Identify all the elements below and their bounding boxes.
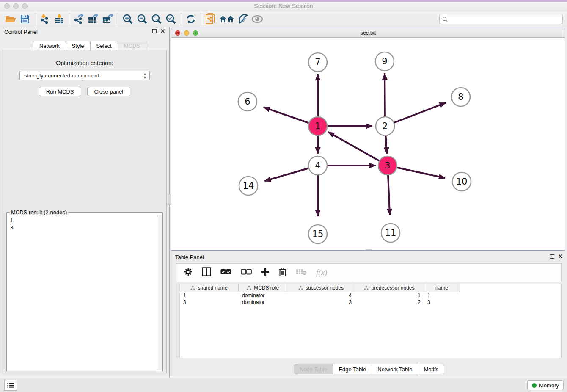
close-panel-icon[interactable]: ✕: [160, 29, 165, 33]
tab-select[interactable]: Select: [90, 41, 118, 50]
refresh-icon: [186, 14, 196, 24]
memory-button[interactable]: Memory: [527, 380, 564, 390]
table-cell[interactable]: dominator: [239, 299, 287, 306]
mcds-result-box: MCDS result (2 nodes) 13: [6, 212, 163, 371]
zoom-fit-button[interactable]: [149, 12, 164, 26]
tab-network[interactable]: Network: [33, 41, 66, 50]
zoom-out-button[interactable]: [135, 12, 149, 26]
delete-table-button[interactable]: [296, 268, 307, 277]
table-cell[interactable]: 1: [424, 292, 460, 299]
table-row[interactable]: 3dominator323: [180, 299, 460, 306]
show-hide-details-button[interactable]: [250, 12, 264, 26]
delete-table-icon: [296, 268, 307, 275]
toolbar-separator: [181, 13, 181, 25]
node-label-7: 7: [315, 57, 320, 67]
checked-boxes-icon: [220, 269, 231, 275]
add-column-button[interactable]: [261, 268, 270, 278]
select-all-button[interactable]: [220, 269, 231, 276]
network-overview-button[interactable]: [218, 12, 236, 26]
table-panel: Table Panel ✕: [171, 252, 567, 378]
panel-divider-grip[interactable]: [168, 194, 171, 205]
table-cell[interactable]: 2: [355, 299, 424, 306]
table-cell[interactable]: 3: [180, 299, 239, 306]
tab-motifs[interactable]: Motifs: [418, 364, 444, 374]
selected-criterion: strongly connected component: [24, 72, 99, 79]
unchecked-boxes-icon: [241, 269, 252, 275]
save-session-button[interactable]: [18, 12, 32, 26]
optimization-criterion-select[interactable]: strongly connected component ▲▼: [19, 71, 150, 80]
float-table-panel-icon[interactable]: [550, 254, 554, 259]
mcds-result-line[interactable]: 3: [10, 224, 157, 231]
column-label: successor nodes: [306, 285, 344, 291]
style-brush-icon: [237, 14, 248, 25]
column-settings-button[interactable]: [184, 268, 193, 278]
network-graph[interactable]: 7968124314101511: [171, 38, 565, 250]
network-canvas[interactable]: 7968124314101511: [171, 38, 565, 250]
plus-icon: [261, 268, 270, 276]
export-network-button[interactable]: [72, 12, 86, 26]
node-label-15: 15: [312, 229, 324, 239]
task-history-button[interactable]: [4, 380, 17, 391]
table-body: 1dominator4113dominator323: [180, 292, 460, 306]
memory-status-icon: [532, 383, 537, 388]
table-cell[interactable]: 4: [287, 292, 355, 299]
column-header-name[interactable]: name: [424, 284, 460, 292]
node-label-9: 9: [382, 56, 387, 66]
tab-network-table[interactable]: Network Table: [372, 364, 418, 374]
mcds-result-line[interactable]: 1: [10, 217, 157, 224]
search-box[interactable]: [439, 14, 563, 24]
column-header-MCDS-role[interactable]: MCDS role: [239, 284, 287, 292]
export-network-icon: [73, 14, 85, 25]
toolbar-separator: [35, 13, 35, 25]
export-image-button[interactable]: [101, 12, 115, 26]
deselect-all-button[interactable]: [241, 269, 252, 276]
open-file-button[interactable]: [3, 12, 18, 26]
table-row[interactable]: 1dominator411: [180, 292, 460, 299]
tab-node-table[interactable]: Node Table: [294, 364, 333, 374]
search-input[interactable]: [450, 16, 560, 22]
select-arrows-icon: ▲▼: [143, 72, 147, 79]
table-cell[interactable]: 1: [355, 292, 424, 299]
clone-network-button[interactable]: [204, 12, 218, 26]
column-type-icon: [364, 286, 369, 290]
window-resize-grip[interactable]: [365, 248, 372, 250]
mcds-result-list[interactable]: 13: [7, 215, 157, 371]
table-cell[interactable]: 3: [424, 299, 460, 306]
column-header-predecessor-nodes[interactable]: predecessor nodes: [355, 284, 424, 292]
close-panel-button[interactable]: Close panel: [87, 87, 131, 96]
refresh-view-button[interactable]: [184, 12, 198, 26]
table-tabs: Node Table Edge Table Network Table Moti…: [171, 364, 567, 374]
import-network-button[interactable]: [38, 12, 52, 26]
node-label-1: 1: [315, 121, 320, 131]
toggle-panes-button[interactable]: [202, 267, 211, 278]
edge-3-1[interactable]: [328, 132, 388, 166]
clone-network-icon: [205, 13, 216, 25]
column-header-shared-name[interactable]: shared name: [180, 284, 239, 292]
tab-edge-table[interactable]: Edge Table: [333, 364, 372, 374]
import-table-button[interactable]: [52, 12, 66, 26]
close-table-panel-icon[interactable]: ✕: [558, 254, 563, 259]
export-image-icon: [102, 14, 114, 25]
column-header-successor-nodes[interactable]: successor nodes: [287, 284, 355, 292]
toolbar-separator: [201, 13, 201, 25]
column-type-icon: [247, 286, 251, 290]
result-scrollbar[interactable]: [157, 215, 162, 370]
float-panel-icon[interactable]: [152, 29, 157, 33]
import-table-icon: [54, 14, 65, 25]
function-builder-button[interactable]: f(x): [316, 268, 327, 277]
network-window-titlebar[interactable]: ✕ − + scc.txt: [171, 28, 565, 38]
tab-style[interactable]: Style: [66, 41, 91, 50]
delete-columns-button[interactable]: [279, 268, 286, 278]
zoom-in-button[interactable]: [121, 12, 135, 26]
run-mcds-button[interactable]: Run MCDS: [39, 87, 81, 96]
tab-mcds[interactable]: MCDS: [118, 41, 146, 50]
gear-icon: [184, 268, 193, 276]
zoom-selected-button[interactable]: [164, 12, 178, 26]
table-cell[interactable]: 3: [287, 299, 355, 306]
table-header-row: shared nameMCDS rolesuccessor nodesprede…: [180, 284, 460, 292]
export-table-button[interactable]: [86, 12, 101, 26]
table-cell[interactable]: dominator: [239, 292, 287, 299]
style-brush-button[interactable]: [236, 12, 250, 26]
node-label-2: 2: [382, 121, 388, 131]
table-cell[interactable]: 1: [180, 292, 239, 299]
